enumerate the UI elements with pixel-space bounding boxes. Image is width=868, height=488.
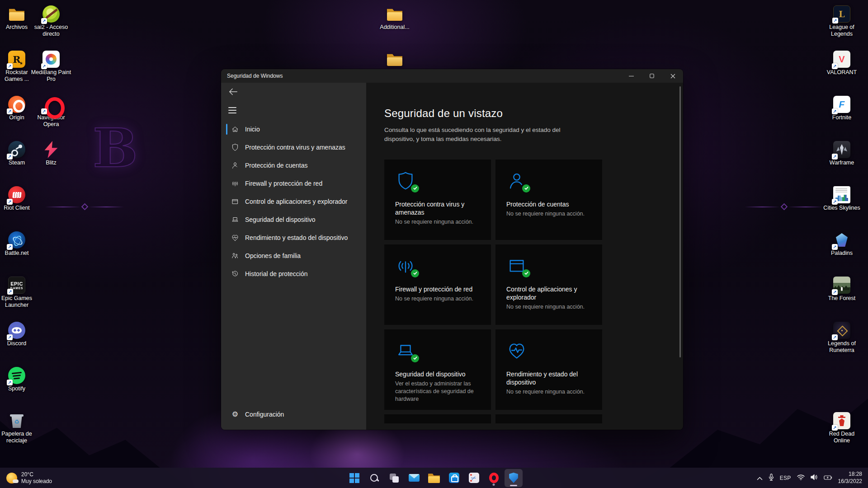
card-device[interactable]: Seguridad del dispositivoVer el estado y… [384, 329, 491, 410]
sidebar-item-person[interactable]: Protección de cuentas [221, 156, 366, 174]
maximize-button[interactable] [642, 69, 662, 83]
tray-chevron-up-icon[interactable] [757, 474, 763, 482]
additional-icon [386, 5, 403, 23]
desktop-icon-medibang[interactable]: ↗MediBang Paint Pro [31, 51, 71, 83]
taskbar-opera-button[interactable] [485, 469, 503, 487]
taskbar-store-button[interactable] [445, 469, 463, 487]
minimize-button[interactable] [621, 69, 642, 83]
desktop-icon-papelera[interactable]: ♻Papelera de reciclaje [0, 412, 37, 444]
paladins-icon: ↗ [833, 231, 850, 249]
windows-security-icon [509, 473, 519, 483]
taskbar-app-icons: ✂ [344, 468, 524, 488]
desktop-icon-lol[interactable]: L↗League of Legends [821, 5, 862, 38]
check-badge [522, 184, 530, 192]
desktop-icon-battlenet[interactable]: ↗Battle.net [0, 231, 37, 257]
sidebar-item-history[interactable]: Historial de protección [221, 265, 366, 283]
person-icon [231, 161, 239, 169]
wifi-icon[interactable] [797, 474, 805, 482]
shortcut-arrow-icon: ↗ [832, 289, 838, 295]
taskbar-mail-button[interactable] [405, 469, 423, 487]
desktop-icon-label: Warframe [821, 160, 862, 166]
card-title: Protección de cuentas [506, 200, 591, 208]
taskbar-search-button[interactable] [365, 469, 383, 487]
taskbar-start-button[interactable] [345, 469, 363, 487]
desktop-icon-label: MediBang Paint Pro [31, 69, 71, 83]
desktop-icon-runeterra[interactable]: ↗Legends of Runeterra [821, 322, 862, 354]
desktop-icon-additional[interactable]: Additional... [374, 5, 415, 31]
sidebar-item-label: Firewall y protección de red [245, 180, 322, 187]
desktop-icon-riot[interactable]: ↗Riot Client [0, 186, 37, 211]
card-title: Rendimiento y estado del dispositivo [506, 370, 591, 387]
desktop-icon-fortnite[interactable]: F↗Fortnite [821, 96, 862, 121]
menu-button[interactable] [228, 107, 236, 113]
taskbar-file-explorer-button[interactable] [425, 469, 443, 487]
card-status: Ver el estado y administrar las caracter… [395, 380, 480, 404]
taskbar-windows-security-button[interactable] [505, 469, 523, 487]
sidebar-item-settings[interactable]: ⚙ Configuración [221, 405, 366, 423]
desktop-icon-spotify[interactable]: ↗Spotify [0, 367, 37, 392]
microphone-icon[interactable] [769, 474, 774, 483]
volume-icon[interactable] [811, 474, 818, 482]
taskbar-task-view-button[interactable] [385, 469, 403, 487]
papelera-icon: ♻ [8, 412, 25, 429]
desktop-icon-valorant[interactable]: V↗VALORANT [821, 51, 862, 76]
sidebar-item-home[interactable]: Inicio [221, 120, 366, 138]
desktop-icon-blitz[interactable]: ↗Blitz [31, 141, 71, 166]
home-icon [231, 125, 239, 133]
desktop-icon-forest[interactable]: ↗The Forest [821, 277, 862, 302]
desktop-icon-label: Riot Client [0, 205, 37, 211]
sidebar-item-firewall[interactable]: Firewall y protección de red [221, 174, 366, 192]
close-button[interactable] [662, 69, 683, 83]
back-button[interactable] [228, 87, 240, 98]
language-indicator[interactable]: ESP [780, 475, 791, 481]
shield-icon [395, 170, 416, 191]
taskbar-snipping-tool-button[interactable]: ✂ [465, 469, 483, 487]
sidebar-item-label: Rendimiento y estado del dispositivo [245, 234, 348, 241]
card-health[interactable]: Rendimiento y estado del dispositivoNo s… [495, 329, 602, 410]
weather-condition: Muy soleado [21, 478, 52, 485]
lol-icon: L↗ [833, 5, 850, 23]
card-apps[interactable]: Control de aplicaciones y exploradorNo s… [495, 244, 602, 325]
clock[interactable]: 18:28 16/3/2022 [838, 471, 862, 485]
card-shield[interactable]: Protección contra virus y amenazasNo se … [384, 160, 491, 240]
wallpaper-line [45, 206, 80, 207]
wallpaper-letter-left: B [93, 117, 138, 179]
page-subtitle: Consulta lo que está sucediendo con la s… [384, 126, 561, 144]
person-icon [506, 170, 527, 191]
sidebar-item-health[interactable]: Rendimiento y estado del dispositivo [221, 229, 366, 247]
desktop-icon-warframe[interactable]: ↗Warframe [821, 141, 862, 166]
desktop-icon-label: Cities Skylines [821, 205, 862, 211]
sidebar-item-apps[interactable]: Control de aplicaciones y explorador [221, 192, 366, 211]
battery-icon[interactable] [824, 474, 832, 482]
desktop-icon-folder2[interactable] [374, 51, 415, 69]
mail-icon [409, 474, 420, 482]
card-partial [495, 414, 602, 423]
scrollbar[interactable] [679, 86, 681, 357]
card-person[interactable]: Protección de cuentasNo se requiere ning… [495, 160, 602, 240]
desktop-icon-epic[interactable]: ↗Epic Games Launcher [0, 277, 37, 309]
shortcut-arrow-icon: ↗ [7, 63, 13, 69]
sidebar-item-family[interactable]: Opciones de familia [221, 247, 366, 265]
card-firewall[interactable]: Firewall y protección de redNo se requie… [384, 244, 491, 325]
desktop-icon-discord[interactable]: ↗Discord [0, 322, 37, 347]
card-status: No se requiere ninguna acción. [506, 303, 591, 311]
windows-security-window: Seguridad de Windows InicioProtección co… [221, 69, 683, 430]
sidebar-item-device[interactable]: Seguridad del dispositivo [221, 211, 366, 229]
desktop-icon-sai2[interactable]: ↗sai2 - Acceso directo [31, 5, 71, 38]
sidebar-item-shield[interactable]: Protección contra virus y amenazas [221, 138, 366, 156]
desktop-icon-opera[interactable]: ↗Navegador Opera [31, 96, 71, 128]
desktop-icon-label: Legends of Runeterra [821, 340, 862, 354]
wallpaper-line [788, 206, 823, 207]
task-view-icon [389, 473, 400, 483]
weather-widget[interactable]: 20°C Muy soleado [0, 468, 58, 488]
sidebar-item-label: Protección contra virus y amenazas [245, 144, 345, 151]
valorant-icon: V↗ [833, 51, 850, 68]
desktop-icon-label: Blitz [31, 160, 71, 166]
warframe-icon: ↗ [833, 141, 850, 158]
desktop-icon-paladins[interactable]: ↗Paladins [821, 231, 862, 257]
desktop-icon-label: Spotify [0, 385, 37, 392]
taskbar: 20°C Muy soleado ✂ ESP [0, 468, 868, 488]
desktop-icon-cities[interactable]: ↗Cities Skylines [821, 186, 862, 211]
desktop-icon-rdo[interactable]: ↗Red Dead Online [821, 412, 862, 444]
apps-icon [231, 197, 239, 206]
